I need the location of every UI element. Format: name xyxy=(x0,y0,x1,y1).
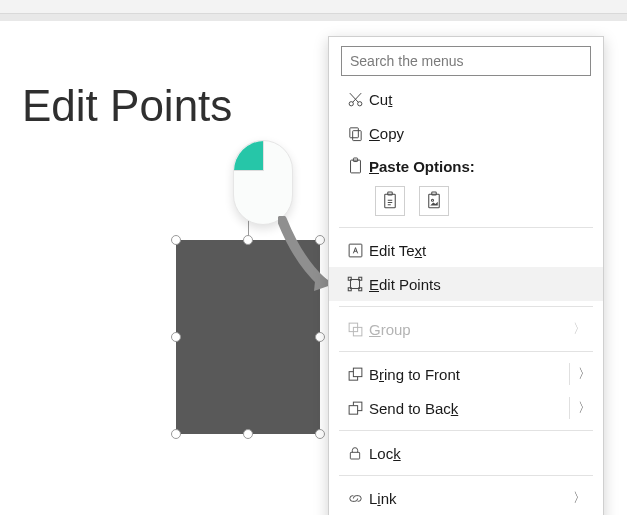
chevron-right-icon[interactable]: 〉 xyxy=(569,363,589,385)
svg-rect-13 xyxy=(351,280,360,289)
context-menu: Cut Copy Paste Options: xyxy=(328,36,604,515)
resize-handle-t[interactable] xyxy=(243,235,253,245)
lock-icon xyxy=(341,445,369,461)
menu-item-label: Group xyxy=(369,321,569,338)
menu-separator xyxy=(339,227,593,228)
menu-item-label: Cut xyxy=(369,91,589,108)
svg-rect-14 xyxy=(348,277,351,280)
svg-rect-5 xyxy=(350,160,360,173)
menu-heading-paste-options: Paste Options: xyxy=(329,150,603,182)
svg-rect-10 xyxy=(432,192,437,195)
menu-heading-label: Paste Options: xyxy=(369,158,589,175)
resize-handle-tl[interactable] xyxy=(171,235,181,245)
svg-rect-23 xyxy=(349,405,358,414)
menu-item-copy[interactable]: Copy xyxy=(329,116,603,150)
menu-search xyxy=(341,46,591,76)
menu-separator xyxy=(339,475,593,476)
menu-item-send-to-back[interactable]: Send to Back 〉 xyxy=(329,391,603,425)
svg-rect-9 xyxy=(429,194,440,208)
resize-handle-tr[interactable] xyxy=(315,235,325,245)
resize-handle-b[interactable] xyxy=(243,429,253,439)
copy-icon xyxy=(341,125,369,142)
paste-as-picture[interactable] xyxy=(419,186,449,216)
svg-rect-16 xyxy=(348,288,351,291)
resize-handle-bl[interactable] xyxy=(171,429,181,439)
slide-canvas[interactable]: Edit Points Cut xyxy=(0,21,627,515)
menu-search-input[interactable] xyxy=(341,46,591,76)
menu-item-label: Lock xyxy=(369,445,589,462)
menu-item-cut[interactable]: Cut xyxy=(329,82,603,116)
resize-handle-r[interactable] xyxy=(315,332,325,342)
mouse-left-button-highlight xyxy=(234,141,264,171)
edit-text-icon xyxy=(341,242,369,259)
bring-to-front-icon xyxy=(341,366,369,383)
chevron-right-icon[interactable]: 〉 xyxy=(569,397,589,419)
mouse-button-divider xyxy=(263,141,264,171)
svg-rect-12 xyxy=(349,244,362,257)
chevron-right-icon: 〉 xyxy=(569,320,589,338)
menu-item-group: Group 〉 xyxy=(329,312,603,346)
mouse-right-button xyxy=(262,141,292,171)
svg-rect-7 xyxy=(385,194,396,208)
menu-item-link[interactable]: Link 〉 xyxy=(329,481,603,515)
menu-item-lock[interactable]: Lock xyxy=(329,436,603,470)
menu-item-label: Send to Back xyxy=(369,400,569,417)
menu-item-edit-points[interactable]: Edit Points xyxy=(329,267,603,301)
menu-separator xyxy=(339,351,593,352)
svg-rect-3 xyxy=(349,127,358,137)
resize-handle-br[interactable] xyxy=(315,429,325,439)
svg-rect-4 xyxy=(352,130,361,140)
svg-rect-15 xyxy=(359,277,362,280)
send-to-back-icon xyxy=(341,400,369,417)
group-icon xyxy=(341,321,369,338)
mouse-illustration xyxy=(233,140,293,225)
svg-rect-21 xyxy=(353,368,362,377)
svg-point-11 xyxy=(431,199,433,201)
menu-item-edit-text[interactable]: Edit Text xyxy=(329,233,603,267)
paste-use-destination-theme[interactable] xyxy=(375,186,405,216)
svg-rect-24 xyxy=(350,452,359,459)
edit-points-icon xyxy=(341,275,369,293)
selected-shape-rectangle[interactable] xyxy=(176,240,320,434)
svg-rect-8 xyxy=(388,192,393,195)
menu-item-bring-to-front[interactable]: Bring to Front 〉 xyxy=(329,357,603,391)
paste-option-row xyxy=(329,182,603,222)
menu-separator xyxy=(339,430,593,431)
menu-item-label: Bring to Front xyxy=(369,366,569,383)
menu-separator xyxy=(339,306,593,307)
menu-item-label: Edit Text xyxy=(369,242,589,259)
menu-item-label: Edit Points xyxy=(369,276,589,293)
menu-item-label: Copy xyxy=(369,125,589,142)
svg-rect-17 xyxy=(359,288,362,291)
shape-body[interactable] xyxy=(176,240,320,434)
chevron-right-icon: 〉 xyxy=(569,489,589,507)
scissors-icon xyxy=(341,91,369,108)
ribbon-edge xyxy=(0,0,627,14)
page-title: Edit Points xyxy=(22,81,232,131)
resize-handle-l[interactable] xyxy=(171,332,181,342)
link-icon xyxy=(341,490,369,507)
clipboard-icon xyxy=(341,157,369,176)
menu-item-label: Link xyxy=(369,490,569,507)
